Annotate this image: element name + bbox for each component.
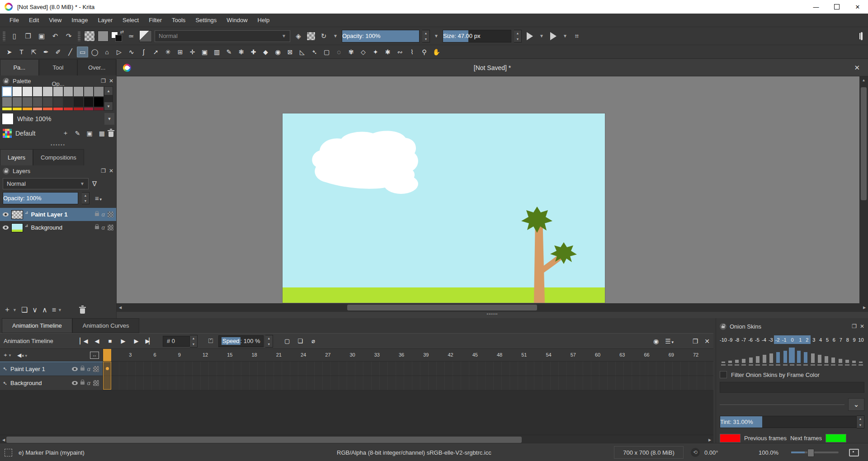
frame-number[interactable]: 36 (397, 349, 422, 361)
onion-opacity-bar[interactable] (845, 360, 849, 363)
lock-panel-icon[interactable] (3, 78, 9, 85)
onion-bar-cell[interactable] (850, 361, 857, 363)
docker-tab-over-[interactable]: Over... (77, 59, 116, 75)
frame-number[interactable]: 51 (520, 349, 544, 361)
redo-button[interactable]: ↷ (63, 31, 74, 42)
delete-layer-button[interactable] (80, 308, 85, 314)
onion-opacity-bar[interactable] (756, 356, 760, 363)
palette-swatch[interactable] (73, 86, 84, 97)
onion-slider-handle[interactable] (755, 364, 760, 366)
splitter-handle[interactable]: •••••• (117, 312, 868, 316)
onion-slider-handle[interactable] (811, 364, 815, 366)
onion-offset--6[interactable]: -6 (747, 335, 754, 344)
onion-bar-cell[interactable] (726, 361, 733, 363)
close-panel-icon[interactable]: ✕ (109, 78, 113, 84)
onion-opacity-bar[interactable] (742, 359, 745, 363)
scrollbar-thumb[interactable] (347, 305, 537, 310)
layers-tab-layers[interactable]: Layers (0, 149, 33, 165)
close-document-icon[interactable]: ✕ (854, 64, 860, 72)
delete-swatch-button[interactable] (108, 132, 113, 137)
onion-slider-handle[interactable] (762, 364, 767, 366)
onion-slider-handle[interactable] (735, 364, 739, 366)
palette-swatch[interactable] (94, 86, 104, 97)
palette-swatch[interactable] (42, 86, 53, 97)
layer-row-paint-layer-1[interactable]: ⊿Paint Layer 1α (0, 208, 116, 221)
play-button[interactable]: ▶ (117, 336, 128, 347)
onion-offset--3[interactable]: -3 (767, 335, 774, 344)
layer-blending-mode-dropdown[interactable]: Normal ▼ (3, 178, 89, 189)
chevron-down-icon[interactable]: ▼ (104, 113, 114, 125)
onion-offset--2[interactable]: -2 (774, 335, 781, 344)
preserve-alpha-button[interactable] (307, 32, 316, 41)
layers-tab-compositions[interactable]: Compositions (33, 149, 84, 165)
layer-lock-icon[interactable] (95, 226, 99, 229)
onion-slider-handle[interactable] (824, 364, 829, 366)
keyframe-dot[interactable] (106, 367, 109, 370)
palette-swatch[interactable] (84, 97, 94, 107)
frame-number[interactable]: 12 (201, 349, 226, 361)
palette-swatch[interactable] (94, 97, 104, 107)
tool-gradient[interactable]: ▥ (211, 47, 222, 57)
scrollbar-thumb[interactable] (861, 87, 867, 200)
canvas-vertical-scrollbar[interactable]: ▲ (859, 76, 868, 303)
onion-offset-1[interactable]: 1 (797, 335, 804, 344)
tool-polygon[interactable]: ⌂ (101, 47, 113, 57)
tool-edit-shapes[interactable]: ⇱ (28, 47, 39, 57)
onion-bar-cell[interactable] (816, 355, 823, 363)
maximize-button[interactable] (826, 0, 847, 14)
scroll-up-icon[interactable]: ▲ (104, 87, 113, 95)
onion-offset-4[interactable]: 4 (817, 335, 824, 344)
palette-swatch[interactable] (2, 107, 12, 111)
palette-swatch[interactable] (2, 97, 12, 107)
onion-offset--5[interactable]: -5 (754, 335, 761, 344)
gradient-map-icon[interactable]: ≃ (126, 31, 137, 42)
float-panel-icon[interactable]: ❐ (852, 323, 857, 329)
alpha-lock-icon[interactable]: α (102, 224, 105, 231)
scroll-right-icon[interactable]: ▶ (706, 438, 713, 442)
onion-opacity-bar[interactable] (811, 353, 815, 363)
alpha-lock-icon[interactable]: α (102, 211, 105, 218)
edit-palette-button[interactable]: ✎ (75, 130, 80, 137)
onion-offset-5[interactable]: 5 (824, 335, 831, 344)
onion-slider-handle[interactable] (859, 364, 863, 366)
onion-offset--4[interactable]: -4 (760, 335, 767, 344)
onion-slider-handle[interactable] (790, 364, 794, 366)
palette-swatch[interactable] (73, 107, 84, 111)
frame-number[interactable]: 69 (667, 349, 692, 361)
previous-frame-button[interactable]: ◀ (91, 336, 102, 347)
tool-measure[interactable]: ◺ (297, 47, 308, 57)
menu-filter[interactable]: Filter (144, 14, 167, 27)
onion-bar-cell[interactable] (761, 355, 768, 363)
onion-opacity-bar[interactable] (831, 358, 835, 363)
create-duplicate-frame-button[interactable]: ❏ (294, 336, 306, 347)
palette-view-button[interactable]: ▦ (99, 130, 105, 137)
chevron-down-icon[interactable]: ▼ (332, 33, 339, 38)
palette-swatch[interactable] (53, 107, 63, 111)
onion-opacity-bar[interactable] (825, 356, 828, 363)
tool-contiguous-select[interactable]: ✱ (382, 47, 393, 57)
frame-number[interactable]: 72 (692, 349, 716, 361)
menu-select[interactable]: Select (118, 14, 144, 27)
tool-move[interactable]: ✛ (187, 47, 198, 57)
gradient-chooser[interactable] (84, 31, 95, 42)
pattern-chooser[interactable] (98, 31, 108, 42)
close-button[interactable]: ✕ (847, 0, 868, 14)
lock-panel-icon[interactable] (3, 168, 9, 174)
frame-number[interactable]: 30 (349, 349, 373, 361)
frame-number[interactable]: 54 (545, 349, 569, 361)
tool-magnetic-select[interactable]: ⌇ (406, 47, 418, 57)
onion-slider-handle[interactable] (728, 364, 732, 366)
onion-opacity-bar[interactable] (797, 351, 801, 363)
canvas-viewport[interactable]: ▲ (117, 76, 868, 303)
tool-pan[interactable]: ✋ (431, 47, 442, 57)
timeline-tab-animation-timeline[interactable]: Animation Timeline (2, 318, 72, 333)
onion-slider-handle[interactable] (783, 364, 788, 366)
onion-slider-handle[interactable] (817, 364, 822, 366)
tool-freehand-select[interactable]: ✾ (345, 47, 357, 57)
tool-ellipse[interactable]: ◯ (89, 47, 100, 57)
onion-offset-6[interactable]: 6 (830, 335, 837, 344)
docker-tab-pa-[interactable]: Pa... (0, 59, 39, 75)
palette-swatch[interactable] (53, 86, 63, 97)
drop-frames-icon[interactable]: ⏍ (205, 336, 217, 347)
onion-opacity-bar[interactable] (776, 352, 780, 363)
